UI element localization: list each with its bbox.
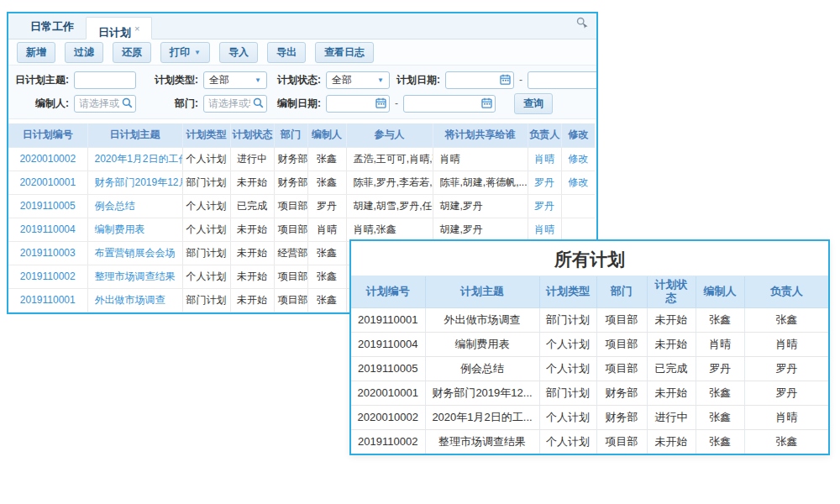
column-header: 日计划主题 [87,123,182,147]
plan-subject-link[interactable]: 外出做市场调查 [95,294,165,306]
plan-status-cell: 进行中 [647,405,696,429]
chevron-down-icon: ▼ [255,76,261,84]
owner-link[interactable]: 肖晴 [534,153,554,165]
column-header: 修改 [561,123,595,147]
close-tab-icon[interactable]: × [134,24,139,34]
table-row: 2020010002 2020年1月2日的工... 个人计划 财务部 进行中 张… [351,405,828,429]
plan-subject-link[interactable]: 2020年1月2日的工作日... [95,153,183,165]
plan-id-link[interactable]: 2020010001 [19,176,76,188]
plan-subject-cell: 财务部门2019年12... [425,381,539,405]
column-header: 部门 [274,123,307,147]
all-plans-table: 计划编号计划主题计划类型部门计划状态编制人负责人 2019110001 外出做市… [351,276,828,454]
plan-date-to-input[interactable] [528,71,598,89]
plan-status-cell: 未开始 [647,381,696,405]
tab-daily-plan[interactable]: 日计划× [86,17,152,39]
table-row: 2019110004 编制费用表 个人计划 项目部 未开始 肖晴 肖晴 [351,332,828,356]
table-row[interactable]: 2020010002 2020年1月2日的工作日... 个人计划 进行中 财务部… [8,147,595,171]
dept-cell: 项目部 [596,332,647,356]
date-range-separator: - [519,74,522,86]
dept-cell: 财务部 [274,171,307,194]
plan-subject-cell: 整理市场调查结果 [425,429,539,454]
plan-id-link[interactable]: 2019110003 [20,247,76,259]
dept-cell: 项目部 [596,429,647,454]
dept-cell: 项目部 [596,356,647,381]
export-button[interactable]: 导出 [267,42,306,63]
plan-type-cell: 个人计划 [539,356,596,381]
tab-bar: 日常工作 日计划× [8,13,596,39]
owner-cell: 张鑫 [744,429,828,454]
plan-id-link[interactable]: 2019110001 [20,294,76,306]
creator-cell: 张鑫 [307,171,346,194]
type-select[interactable]: 全部 ▼ [203,71,267,89]
plan-id-cell: 2019110004 [351,332,425,356]
creator-cell: 张鑫 [696,307,744,332]
search-icon [253,97,264,108]
column-header: 参与人 [346,123,433,147]
participants-cell: 陈菲,罗丹,李若若,罗... [346,171,433,194]
plan-subject-link[interactable]: 财务部门2019年12月的... [95,176,183,188]
owner-cell: 肖晴 [744,332,828,356]
plan-id-link[interactable]: 2019110002 [20,270,76,282]
modify-link[interactable]: 修改 [568,153,588,165]
creator-cell: 张鑫 [696,429,744,454]
filter-button[interactable]: 过滤 [65,42,103,63]
column-header: 将计划共享给谁 [433,123,528,147]
column-header: 计划状态 [230,123,274,147]
table-row[interactable]: 2019110004 编制费用表 个人计划 未开始 项目部 肖晴 肖晴,张鑫 胡… [8,218,595,241]
owner-link[interactable]: 罗丹 [534,176,554,188]
participants-cell: 胡建,胡雪,罗丹,任晓... [346,194,433,218]
view-log-button[interactable]: 查看日志 [315,42,374,63]
plan-id-cell: 2019110005 [351,356,425,381]
plan-subject-cell: 2020年1月2日的工... [425,405,539,429]
owner-link[interactable]: 肖晴 [534,223,554,235]
locate-search-icon[interactable] [576,17,588,32]
plan-type-cell: 部门计划 [182,288,230,312]
dept-cell: 项目部 [274,194,307,218]
plan-subject-link[interactable]: 编制费用表 [95,223,145,235]
plan-subject-cell: 外出做市场调查 [425,307,539,332]
import-button[interactable]: 导入 [219,42,258,63]
calendar-icon [375,97,386,108]
plan-type-cell: 个人计划 [182,218,230,241]
plan-status-cell: 未开始 [647,429,696,454]
calendar-icon [481,97,492,108]
plan-status-cell: 未开始 [647,307,696,332]
plan-subject-link[interactable]: 整理市场调查结果 [95,270,176,282]
plan-status-cell: 未开始 [230,241,274,265]
all-plans-window: 所有计划 计划编号计划主题计划类型部门计划状态编制人负责人 2019110001… [349,239,830,455]
share-with-cell: 肖晴 [433,147,528,171]
table-header-row: 计划编号计划主题计划类型部门计划状态编制人负责人 [351,276,828,307]
new-button[interactable]: 新增 [17,42,55,63]
restore-button[interactable]: 还原 [113,42,151,63]
plan-subject-link[interactable]: 布置营销展会会场 [95,247,176,259]
dept-cell: 项目部 [274,288,307,312]
owner-cell: 张鑫 [744,307,828,332]
print-button[interactable]: 打印▼ [160,42,210,63]
table-row[interactable]: 2019110005 例会总结 个人计划 已完成 项目部 罗丹 胡建,胡雪,罗丹… [8,194,595,218]
chevron-down-icon: ▼ [194,49,201,56]
plan-type-cell: 部门计划 [182,171,230,194]
creator-cell: 肖晴 [696,332,744,356]
tab-daily-work[interactable]: 日常工作 [18,16,86,39]
search-button[interactable]: 查询 [514,93,553,114]
participants-cell: 肖晴,张鑫 [346,218,433,241]
plan-subject-link[interactable]: 例会总结 [95,200,135,212]
dept-cell: 项目部 [274,265,307,288]
plan-id-link[interactable]: 2019110005 [20,200,76,212]
table-row[interactable]: 2020010001 财务部门2019年12月的... 部门计划 未开始 财务部… [8,171,595,194]
date-range-separator: - [395,97,398,109]
modify-link[interactable]: 修改 [568,176,588,188]
all-plans-title: 所有计划 [351,241,828,276]
plan-type-cell: 个人计划 [539,405,596,429]
plan-id-link[interactable]: 2020010002 [19,153,76,165]
plan-status-cell: 未开始 [230,288,274,312]
share-with-cell: 胡建,罗丹 [433,218,528,241]
plan-id-cell: 2019110001 [351,307,425,332]
plan-id-link[interactable]: 2019110004 [20,223,76,235]
tab-label: 日计划 [98,26,131,39]
subject-input[interactable] [74,71,136,89]
dept-cell: 财务部 [596,405,647,429]
owner-link[interactable]: 罗丹 [534,200,554,212]
status-select[interactable]: 全部 ▼ [326,71,390,89]
table-row: 2020010001 财务部门2019年12... 部门计划 财务部 未开始 张… [351,381,828,405]
